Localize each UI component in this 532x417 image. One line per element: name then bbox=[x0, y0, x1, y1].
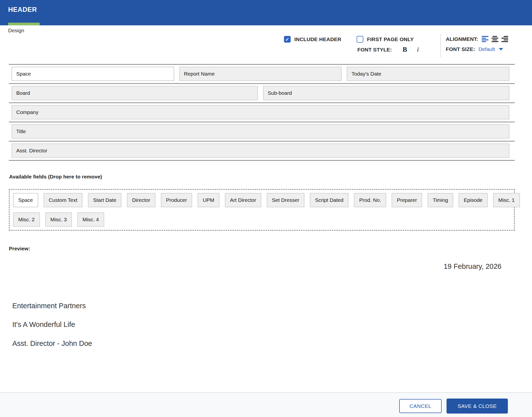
font-style-label: FONT STYLE: bbox=[357, 47, 392, 53]
field-chip-timing[interactable]: Timing bbox=[428, 193, 453, 207]
field-chip-producer[interactable]: Producer bbox=[161, 193, 192, 207]
alignment-group: ALIGNMENT: bbox=[446, 36, 508, 42]
italic-button[interactable]: i bbox=[417, 46, 419, 53]
field-chip-script-dated[interactable]: Script Dated bbox=[310, 193, 349, 207]
field-chip-misc-3[interactable]: Misc. 3 bbox=[45, 212, 72, 227]
first-page-only-label: FIRST PAGE ONLY bbox=[367, 36, 414, 42]
include-header-checkbox[interactable] bbox=[284, 36, 291, 43]
cancel-button[interactable]: CANCEL bbox=[399, 399, 442, 413]
include-header-label: INCLUDE HEADER bbox=[294, 36, 341, 42]
align-left-icon[interactable] bbox=[482, 36, 488, 42]
bold-button[interactable]: B bbox=[403, 46, 407, 53]
field-chip-preparer[interactable]: Preparer bbox=[392, 193, 422, 207]
field-chip-upm[interactable]: UPM bbox=[198, 193, 219, 207]
available-fields-row: SpaceCustom TextStart DateDirectorProduc… bbox=[13, 193, 511, 207]
active-tab-indicator bbox=[8, 23, 40, 25]
field-chip-report-name[interactable]: Report Name bbox=[179, 67, 342, 81]
alignment-label: ALIGNMENT: bbox=[446, 36, 478, 42]
design-label: Design bbox=[8, 28, 24, 33]
field-chip-art-director[interactable]: Art Director bbox=[225, 193, 261, 207]
first-page-only-checkbox[interactable] bbox=[357, 36, 363, 43]
available-fields-dropzone[interactable]: SpaceCustom TextStart DateDirectorProduc… bbox=[9, 189, 515, 231]
field-chip-space[interactable]: Space bbox=[13, 193, 38, 207]
field-chip-director[interactable]: Director bbox=[127, 193, 155, 207]
available-fields-label: Available fields (Drop here to remove) bbox=[9, 174, 102, 180]
field-chip-sub-board[interactable]: Sub-board bbox=[263, 86, 509, 100]
field-chip-misc-4[interactable]: Misc. 4 bbox=[77, 212, 104, 227]
field-chip-company[interactable]: Company bbox=[12, 105, 509, 119]
field-chip-asst-director[interactable]: Asst. Director bbox=[12, 144, 509, 158]
toolbar-divider bbox=[440, 34, 441, 57]
include-header-group: INCLUDE HEADER bbox=[284, 36, 341, 43]
header-drop-row[interactable]: BoardSub-board bbox=[9, 84, 515, 103]
dialog-titlebar: HEADER bbox=[0, 0, 532, 25]
align-right-icon[interactable] bbox=[501, 36, 508, 42]
field-chip-start-date[interactable]: Start Date bbox=[88, 193, 122, 207]
font-size-value[interactable]: Default bbox=[479, 46, 495, 52]
field-chip-misc-1[interactable]: Misc. 1 bbox=[493, 193, 520, 207]
preview-line-company: Entertainment Partners bbox=[12, 302, 86, 310]
alignment-options bbox=[482, 36, 508, 42]
field-chip-prod-no-[interactable]: Prod. No. bbox=[354, 193, 386, 207]
header-drop-row[interactable]: Company bbox=[9, 103, 515, 122]
header-drop-row[interactable]: Asst. Director bbox=[9, 142, 515, 161]
field-chip-today-s-date[interactable]: Today's Date bbox=[347, 67, 509, 81]
field-chip-custom-text[interactable]: Custom Text bbox=[44, 193, 83, 207]
available-fields-row: Misc. 2Misc. 3Misc. 4 bbox=[13, 212, 511, 227]
font-size-label: FONT SIZE: bbox=[446, 46, 475, 52]
header-drop-row[interactable]: Title bbox=[9, 122, 515, 142]
footer-bar: CANCEL SAVE & CLOSE bbox=[0, 392, 532, 417]
preview-date: 19 February, 2026 bbox=[9, 262, 501, 271]
field-chip-episode[interactable]: Episode bbox=[459, 193, 488, 207]
preview-line-asst-director: Asst. Director - John Doe bbox=[12, 339, 92, 348]
header-drop-row[interactable]: SpaceReport NameToday's Date bbox=[9, 65, 515, 84]
align-center-icon[interactable] bbox=[492, 36, 498, 42]
save-and-close-button[interactable]: SAVE & CLOSE bbox=[447, 399, 508, 414]
chevron-down-icon[interactable] bbox=[499, 48, 503, 50]
field-chip-space[interactable]: Space bbox=[12, 67, 174, 81]
field-chip-set-dresser[interactable]: Set Dresser bbox=[267, 193, 304, 207]
font-style-group: FONT STYLE: B i bbox=[357, 46, 419, 53]
field-chip-title[interactable]: Title bbox=[12, 124, 509, 139]
field-chip-board[interactable]: Board bbox=[12, 86, 258, 100]
preview-line-title: It's A Wonderful Life bbox=[12, 321, 75, 329]
header-field-rows: SpaceReport NameToday's DateBoardSub-boa… bbox=[9, 64, 515, 161]
first-page-only-group: FIRST PAGE ONLY bbox=[357, 36, 414, 43]
font-size-group: FONT SIZE: Default bbox=[446, 46, 503, 52]
preview-label: Preview: bbox=[9, 246, 30, 252]
field-chip-misc-2[interactable]: Misc. 2 bbox=[13, 212, 40, 227]
dialog-title: HEADER bbox=[8, 6, 37, 14]
